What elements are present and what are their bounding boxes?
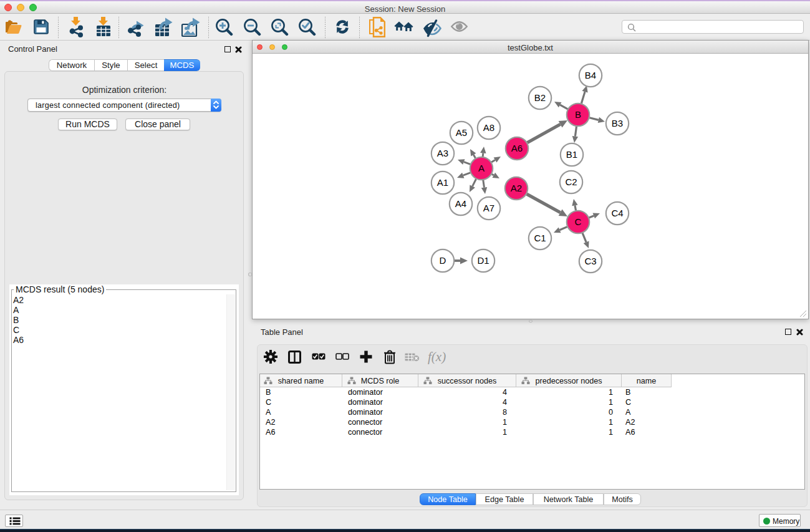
svg-text:A: A <box>478 163 485 173</box>
svg-text:B3: B3 <box>612 118 623 128</box>
svg-text:C2: C2 <box>565 177 577 187</box>
svg-text:A8: A8 <box>483 122 494 133</box>
svg-text:B1: B1 <box>566 149 577 160</box>
svg-text:B: B <box>575 109 581 120</box>
svg-text:A2: A2 <box>511 183 522 193</box>
svg-text:A3: A3 <box>437 148 448 158</box>
svg-text:A7: A7 <box>483 203 494 213</box>
svg-text:A1: A1 <box>437 177 448 188</box>
svg-text:C3: C3 <box>584 256 596 266</box>
svg-text:A6: A6 <box>511 143 523 153</box>
svg-text:A5: A5 <box>456 127 467 138</box>
svg-text:C: C <box>575 216 582 227</box>
svg-text:B2: B2 <box>534 92 546 103</box>
svg-text:C4: C4 <box>611 208 623 218</box>
svg-text:C1: C1 <box>534 233 546 243</box>
svg-text:A4: A4 <box>455 198 466 209</box>
svg-text:B4: B4 <box>585 70 596 80</box>
svg-text:D: D <box>440 255 446 266</box>
svg-text:D1: D1 <box>477 255 489 266</box>
